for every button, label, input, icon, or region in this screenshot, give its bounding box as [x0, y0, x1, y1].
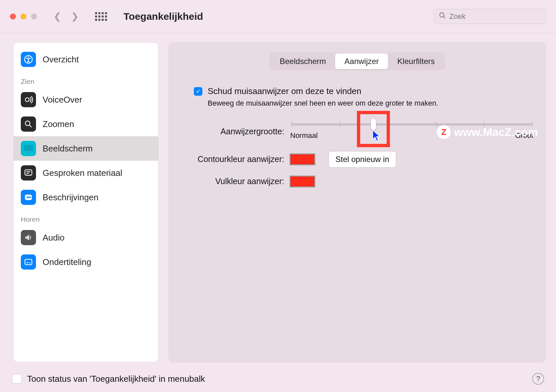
sidebar-item-beschrijvingen[interactable]: Beschrijvingen	[14, 185, 158, 210]
reset-button[interactable]: Stel opnieuw in	[329, 151, 396, 168]
nav-arrows: ❮ ❯	[53, 11, 79, 22]
tab-control: Beeldscherm Aanwijzer Kleurfilters	[269, 52, 445, 70]
sidebar-item-label: Zoomen	[43, 119, 74, 129]
outline-color-label: Contourkleur aanwijzer:	[181, 154, 290, 164]
toolbar: ❮ ❯ Toegankelijkheid	[0, 0, 556, 33]
sidebar: Overzicht Zien VoiceOver Zoomen Beeld	[13, 42, 158, 362]
search-input[interactable]	[449, 12, 541, 21]
outline-color-well[interactable]	[290, 153, 315, 165]
svg-point-13	[30, 197, 31, 198]
sidebar-section-horen: Horen	[14, 210, 158, 225]
cursor-arrow-icon	[371, 129, 381, 142]
shake-to-locate-description: Beweeg de muisaanwijzer snel heen en wee…	[208, 98, 438, 108]
shake-to-locate-checkbox[interactable]: ✓	[194, 87, 202, 96]
show-status-in-menubar-label: Toon status van 'Toegankelijkheid' in me…	[27, 374, 205, 384]
sidebar-item-label: Beschrijvingen	[43, 192, 98, 203]
svg-line-6	[29, 125, 31, 127]
audio-icon	[21, 230, 36, 245]
sidebar-item-label: Beeldscherm	[43, 144, 93, 154]
fill-color-label: Vulkleur aanwijzer:	[181, 177, 290, 186]
window-title: Toegankelijkheid	[123, 11, 427, 22]
forward-button[interactable]: ❯	[71, 11, 79, 22]
zoom-icon	[21, 116, 36, 132]
sidebar-item-label: Gesproken materiaal	[43, 168, 122, 178]
search-icon	[439, 12, 446, 21]
sidebar-item-label: Audio	[43, 233, 65, 243]
captions-icon	[21, 254, 36, 270]
tab-kleurfilters[interactable]: Kleurfilters	[388, 53, 444, 69]
back-button[interactable]: ❮	[53, 11, 61, 22]
svg-point-12	[28, 197, 30, 198]
tab-beeldscherm[interactable]: Beeldscherm	[270, 53, 335, 69]
shake-to-locate-label: Schud muisaanwijzer om deze te vinden	[208, 86, 438, 96]
all-prefs-grid-button[interactable]	[95, 12, 107, 21]
sidebar-item-label: Overzicht	[43, 54, 79, 65]
display-icon	[21, 141, 36, 156]
sidebar-item-overzicht[interactable]: Overzicht	[14, 47, 158, 72]
svg-rect-8	[27, 151, 30, 152]
help-button[interactable]: ?	[532, 373, 544, 385]
pointer-size-label: Aanwijzergrootte:	[181, 127, 290, 136]
slider-thumb[interactable]	[371, 119, 376, 130]
sidebar-item-gesproken[interactable]: Gesproken materiaal	[14, 161, 158, 185]
sidebar-item-label: VoiceOver	[43, 95, 82, 105]
sidebar-item-beeldscherm[interactable]: Beeldscherm	[14, 136, 158, 161]
svg-point-4	[25, 98, 29, 102]
svg-line-1	[443, 16, 445, 18]
watermark-badge-icon: Z	[437, 125, 451, 139]
search-field[interactable]	[434, 9, 546, 24]
sidebar-item-ondertiteling[interactable]: Ondertiteling	[14, 250, 158, 274]
slider-min-label: Normaal	[290, 131, 318, 140]
spoken-content-icon	[21, 165, 36, 180]
sidebar-item-voiceover[interactable]: VoiceOver	[14, 87, 158, 112]
close-window-button[interactable]	[10, 14, 16, 19]
zoom-window-button[interactable]	[31, 14, 37, 19]
show-status-in-menubar-checkbox[interactable]	[12, 374, 22, 384]
tab-aanwijzer[interactable]: Aanwijzer	[335, 53, 388, 69]
fill-color-well[interactable]	[290, 176, 315, 187]
svg-rect-9	[25, 170, 32, 175]
sidebar-section-zien: Zien	[14, 72, 158, 87]
descriptions-icon	[21, 190, 36, 205]
voiceover-icon	[21, 92, 36, 107]
svg-rect-14	[25, 259, 32, 265]
svg-rect-7	[24, 145, 33, 150]
watermark: Z www.MacZ.com	[437, 125, 538, 139]
svg-point-11	[26, 197, 28, 198]
accessibility-icon	[21, 52, 36, 67]
svg-point-3	[28, 56, 29, 58]
sidebar-item-zoomen[interactable]: Zoomen	[14, 112, 158, 136]
svg-point-0	[440, 13, 444, 17]
footer: Toon status van 'Toegankelijkheid' in me…	[0, 366, 556, 392]
content-panel: Beeldscherm Aanwijzer Kleurfilters ✓ Sch…	[168, 42, 546, 362]
watermark-text: www.MacZ.com	[454, 126, 538, 139]
minimize-window-button[interactable]	[20, 14, 26, 19]
sidebar-item-audio[interactable]: Audio	[14, 225, 158, 250]
svg-point-5	[25, 121, 30, 126]
traffic-lights	[10, 14, 37, 19]
sidebar-item-label: Ondertiteling	[43, 257, 91, 267]
